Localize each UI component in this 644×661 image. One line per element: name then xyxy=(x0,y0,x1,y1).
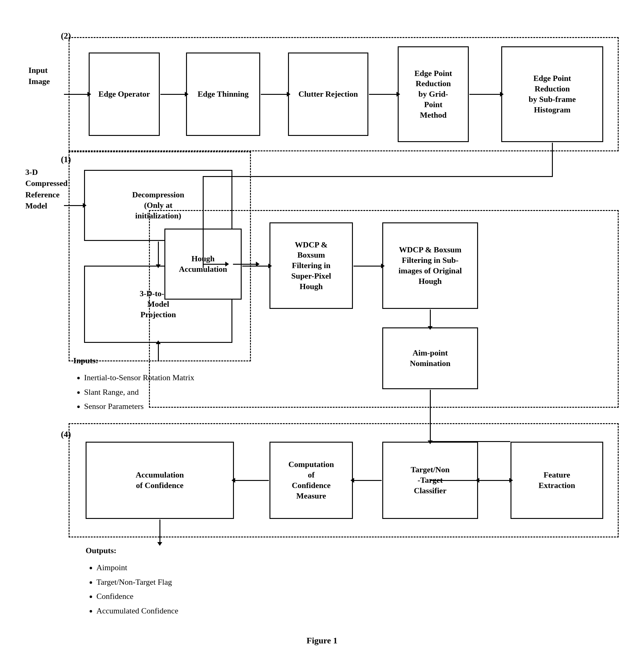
input-image-label: InputImage xyxy=(28,65,63,88)
output-bullet-4: Accumulated Confidence xyxy=(96,604,178,618)
arrow-model-hough xyxy=(233,264,256,265)
edge-point-grid-block: Edge PointReductionby Grid-PointMethod xyxy=(398,46,469,142)
outputs-section: Outputs: Aimpoint Target/Non-Target Flag… xyxy=(86,544,178,618)
arrow-clutter-grid xyxy=(369,94,397,95)
line-across xyxy=(203,176,553,177)
aimpoint-block: Aim-pointNomination xyxy=(382,327,478,389)
arrow-accum-outputs xyxy=(159,520,160,543)
arrow-wdcp-aimpoint xyxy=(430,309,431,327)
arrow-refmodel-decomp xyxy=(64,205,84,206)
figure-caption: Figure 1 xyxy=(19,636,625,645)
arrow-input-edge xyxy=(64,94,88,95)
arrow-grid-sub xyxy=(469,94,501,95)
line-to-feature xyxy=(431,441,510,442)
arrow-edge-thinning xyxy=(160,94,185,95)
arrow-confidence-accumulation xyxy=(234,480,269,481)
arrow-into-hough xyxy=(204,264,226,265)
arrow-feature-classifier xyxy=(479,480,510,481)
edge-operator-block: Edge Operator xyxy=(89,52,160,136)
line-down-hough xyxy=(203,176,204,268)
wdcp-super-block: WDCP &BoxsumFiltering inSuper-PixelHough xyxy=(270,222,353,309)
outputs-label: Outputs: xyxy=(86,546,116,555)
edge-thinning-block: Edge Thinning xyxy=(186,52,260,136)
inputs-label: Inputs: xyxy=(73,356,98,365)
arrow-wdcp-original xyxy=(353,266,382,266)
confidence-measure-block: ComputationofConfidenceMeasure xyxy=(270,442,353,519)
arrow-hough-wdcp xyxy=(242,266,269,266)
arrow-thinning-clutter xyxy=(261,94,288,95)
accumulation-confidence-block: Accumulationof Confidence xyxy=(86,442,234,519)
arrow-classifier-confidence xyxy=(353,480,382,481)
output-bullet-3: Confidence xyxy=(96,589,178,604)
feature-extraction-block: FeatureExtraction xyxy=(510,442,603,519)
arrow-aimpoint-feature xyxy=(430,390,431,441)
output-bullet-2: Target/Non-Target Flag xyxy=(96,575,178,590)
output-bullet-1: Aimpoint xyxy=(96,561,178,575)
line-sub-down xyxy=(552,143,553,177)
wdcp-original-block: WDCP & BoxsumFiltering in Sub-images of … xyxy=(382,222,478,309)
edge-point-sub-block: Edge PointReductionby Sub-frameHistogram xyxy=(501,46,603,142)
ref-model-label: 3-DCompressedReferenceModel xyxy=(25,167,66,212)
clutter-rejection-block: Clutter Rejection xyxy=(288,52,368,136)
